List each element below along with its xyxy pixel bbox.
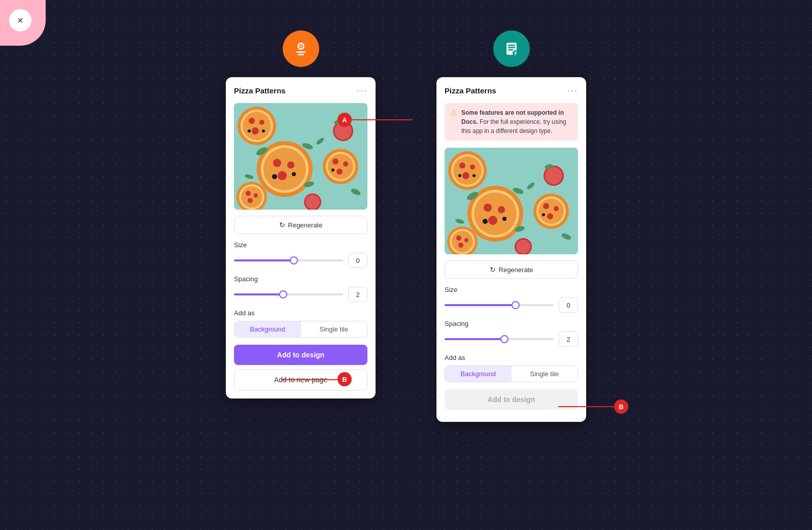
right-single-tile-toggle[interactable]: Single tile [512,366,578,382]
right-size-track[interactable] [445,304,554,306]
left-plugin-panel: Pizza Patterns ··· [226,77,376,399]
left-size-track[interactable] [234,259,343,261]
right-spacing-label: Spacing [445,320,578,327]
svg-point-32 [254,193,258,197]
left-add-to-design-button[interactable]: Add to design [234,345,367,365]
svg-point-92 [459,162,465,169]
svg-point-59 [484,204,492,212]
right-size-slider-row: 0 [445,297,578,313]
left-regenerate-button[interactable]: ↻ Regenerate [234,216,367,234]
annotation-a-label: A [342,116,347,124]
left-size-slider-row: 0 [234,253,367,268]
warning-text: Some features are not supported in Docs.… [461,108,572,136]
svg-point-93 [470,164,475,170]
svg-point-76 [547,213,553,219]
warning-icon: ⚠ [451,109,457,117]
right-pizza-image [445,148,578,254]
right-spacing-slider-row: 2 [445,332,578,347]
svg-rect-2 [298,54,304,55]
svg-point-73 [538,198,564,224]
svg-point-80 [452,231,473,252]
svg-point-10 [287,161,294,169]
left-size-fill [234,259,294,261]
left-toggle-group: Background Single tile [234,321,367,338]
left-add-as-section: Add as Background Single tile [234,309,367,338]
close-icon: × [17,15,23,26]
svg-point-9 [273,159,281,167]
left-spacing-thumb[interactable] [279,290,287,299]
annotation-b-left-label: B [342,376,347,383]
right-spacing-thumb[interactable] [500,335,509,343]
right-spacing-fill [445,338,504,340]
left-size-thumb[interactable] [290,256,298,264]
svg-point-25 [343,161,348,167]
svg-rect-50 [508,49,513,51]
svg-point-62 [483,219,488,224]
svg-point-95 [458,174,461,177]
left-panel-wrapper: Pizza Patterns ··· [226,30,376,399]
svg-point-44 [252,127,259,135]
svg-point-68 [545,167,562,184]
right-background-toggle[interactable]: Background [445,366,512,382]
left-spacing-fill [234,293,283,295]
svg-point-82 [464,238,468,242]
svg-point-74 [543,203,549,209]
svg-point-63 [502,217,506,221]
annotation-b-left-line [282,379,338,380]
right-size-value: 0 [559,297,578,313]
svg-rect-53 [515,53,517,54]
left-app-icon [283,30,319,67]
svg-rect-1 [296,51,306,53]
right-spacing-track[interactable] [445,338,554,340]
svg-point-46 [262,129,265,132]
left-spacing-label: Spacing [234,275,367,283]
svg-point-31 [246,191,251,196]
svg-point-35 [306,195,320,209]
svg-rect-48 [508,45,515,46]
svg-point-24 [332,158,339,164]
annotation-a-line [352,119,413,120]
right-regenerate-icon: ↻ [490,266,496,274]
svg-point-11 [278,171,287,180]
svg-point-75 [554,206,559,211]
left-background-toggle[interactable]: Background [234,321,301,337]
right-add-as-section: Add as Background Single tile [445,354,578,382]
svg-point-4 [300,45,302,47]
svg-point-8 [263,148,306,190]
svg-point-30 [241,186,262,208]
right-app-icon [493,30,530,67]
right-regenerate-button[interactable]: ↻ Regenerate [445,260,578,279]
right-size-label: Size [445,286,578,293]
svg-point-61 [488,216,497,225]
right-size-thumb[interactable] [512,301,520,309]
left-spacing-track[interactable] [234,293,343,295]
annotation-b-right-marker: B [614,400,628,414]
svg-point-26 [336,169,343,175]
left-panel-header: Pizza Patterns ··· [234,85,367,96]
svg-point-45 [248,129,251,132]
svg-point-94 [462,172,469,179]
close-button[interactable]: × [9,9,31,31]
left-spacing-slider-row: 2 [234,287,367,302]
svg-point-91 [453,156,482,185]
annotation-a-marker: A [337,113,352,127]
svg-point-13 [292,172,296,176]
right-panel-wrapper: Pizza Patterns ··· ⚠ Some features are n… [436,30,586,422]
left-panel-menu[interactable]: ··· [357,85,367,96]
left-add-as-label: Add as [234,309,367,317]
svg-point-77 [542,213,545,216]
svg-rect-54 [515,54,516,55]
right-panel-title: Pizza Patterns [445,86,496,95]
left-size-label: Size [234,241,367,249]
svg-point-27 [331,169,334,172]
right-plugin-panel: Pizza Patterns ··· ⚠ Some features are n… [436,77,586,422]
right-add-as-label: Add as [445,354,578,361]
annotation-b-right-line [558,406,614,407]
annotation-b-left-marker: B [337,372,352,386]
svg-point-60 [498,206,505,213]
left-single-tile-toggle[interactable]: Single tile [301,321,367,337]
svg-point-23 [328,154,353,179]
main-content: Pizza Patterns ··· [0,0,812,422]
right-panel-menu[interactable]: ··· [567,85,578,96]
svg-point-43 [259,120,264,125]
